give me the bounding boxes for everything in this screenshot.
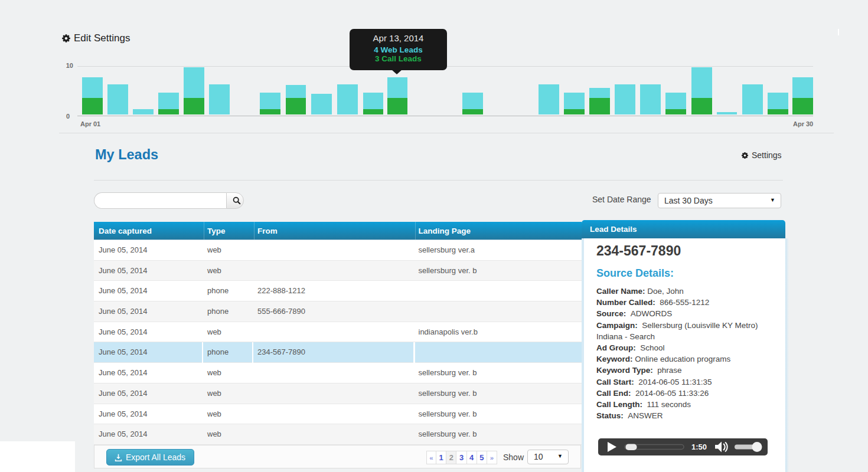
svg-text:1:50: 1:50 (691, 442, 707, 451)
